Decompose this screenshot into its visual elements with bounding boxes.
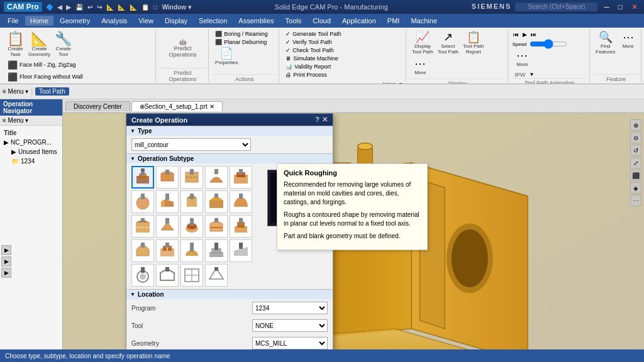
subtype-icon-9[interactable] bbox=[230, 190, 252, 213]
subtype-icon-4[interactable] bbox=[230, 166, 252, 189]
menu-machine[interactable]: Machine bbox=[406, 16, 442, 26]
menu-file[interactable]: File bbox=[3, 16, 24, 26]
subtype-icon-10[interactable] bbox=[131, 215, 154, 238]
side-icon-2[interactable]: ▶ bbox=[1, 256, 11, 266]
face-mill-button[interactable]: ⬛Face Mill - Zig, ZigZag bbox=[5, 60, 86, 70]
search-box[interactable]: Search (Ctrl+Space) bbox=[515, 3, 597, 11]
menu-view[interactable]: View bbox=[133, 16, 158, 26]
menu-toggle[interactable]: ≡ Menu ▾ bbox=[3, 88, 28, 95]
tool-select[interactable]: NONE bbox=[252, 319, 328, 332]
toolpath-report-button[interactable]: 📋 Tool PathReport bbox=[461, 30, 486, 56]
floor-facing-button[interactable]: ⬛Floor Facing without Wall bbox=[5, 72, 86, 82]
create-tool-button[interactable]: 🔧 CreateTool bbox=[53, 30, 74, 59]
tool-path-toggle[interactable]: Tool Path bbox=[35, 87, 69, 96]
find-features-button[interactable]: 🔍 FindFeatures bbox=[594, 30, 618, 56]
svg-rect-48 bbox=[141, 194, 145, 199]
subtype-icon-21[interactable] bbox=[156, 264, 179, 287]
nav-icon-4[interactable]: ⤢ bbox=[630, 157, 641, 168]
nav-icon-6[interactable]: ◈ bbox=[630, 182, 641, 194]
generate-toolpath-button[interactable]: ✓ Generate Tool Path bbox=[283, 30, 343, 38]
print-process-button[interactable]: 🖨 Print Process bbox=[283, 71, 330, 79]
display-toolpath-button[interactable]: 📈 DisplayTool Path bbox=[410, 30, 435, 56]
subtype-svg-21 bbox=[158, 266, 176, 284]
nav-icon-3[interactable]: ↺ bbox=[630, 145, 641, 156]
subtype-icon-23[interactable] bbox=[205, 264, 228, 287]
simulate-machine-button[interactable]: 🖥 Simulate Machine bbox=[283, 55, 341, 62]
validity-report-button[interactable]: 📊 Validity Report bbox=[283, 63, 333, 70]
tree-item-unused[interactable]: ▶ Unused Items bbox=[1, 147, 61, 156]
menu-cloud[interactable]: Cloud bbox=[308, 16, 336, 26]
window-menu[interactable]: Window ▾ bbox=[162, 4, 191, 11]
create-task-button[interactable]: 📋 CreateTask bbox=[5, 30, 26, 59]
nav-icon-2[interactable]: ⊖ bbox=[630, 132, 641, 143]
subtype-svg-8 bbox=[208, 193, 225, 211]
program-select[interactable]: 1234 bbox=[252, 302, 328, 314]
subtype-icon-2[interactable] bbox=[180, 166, 203, 189]
verify-toolpath-button[interactable]: ✓ Verify Tool Path bbox=[283, 38, 334, 46]
subtype-icon-15[interactable] bbox=[131, 239, 154, 262]
menu-display[interactable]: Display bbox=[160, 16, 192, 26]
nav-icon-1[interactable]: ⊕ bbox=[630, 119, 641, 131]
dialog-help-button[interactable]: ? bbox=[315, 116, 319, 124]
op-nav-menu[interactable]: ≡ Menu ▾ bbox=[0, 116, 62, 126]
menu-pmi[interactable]: PMI bbox=[382, 16, 405, 26]
type-select[interactable]: mill_contour bbox=[131, 138, 251, 151]
title-left: CAM Pro 🔷 ◀ ▶ 💾 ↩ ↪ 📐 📐 📐 📋 □ Window ▾ bbox=[4, 2, 191, 12]
geometry-select[interactable]: MCS_MILL bbox=[252, 337, 328, 349]
dialog-close-button[interactable]: ✕ bbox=[322, 116, 328, 124]
boring-reaming-button[interactable]: ⬛Boring / Reaming bbox=[213, 30, 270, 38]
close-button[interactable]: ✕ bbox=[629, 3, 640, 11]
menu-selection[interactable]: Selection bbox=[194, 16, 232, 26]
tree-item-nc-program[interactable]: ▶ NC_PROGR... bbox=[1, 138, 61, 147]
subtype-icon-17[interactable] bbox=[180, 239, 203, 262]
planar-deburring-button[interactable]: ⬛Planar Deburring bbox=[213, 38, 269, 46]
subtype-icon-8[interactable] bbox=[205, 190, 228, 213]
subtype-icon-13[interactable] bbox=[205, 215, 228, 238]
select-toolpath-button[interactable]: ↗ SelectTool Path bbox=[436, 30, 460, 56]
create-geometry-button[interactable]: 📐 CreateGeometry bbox=[26, 30, 52, 59]
menu-application[interactable]: Application bbox=[337, 16, 381, 26]
subtype-icon-7[interactable] bbox=[180, 190, 203, 213]
more-feature-button[interactable]: ⋯ More bbox=[618, 30, 638, 51]
prev-btn[interactable]: ⏮ bbox=[512, 30, 520, 39]
side-icon-3[interactable]: ▶ bbox=[1, 268, 11, 278]
tab-section4[interactable]: ⊕Section_4_setup_1.prt ✕ bbox=[131, 101, 223, 111]
subtype-icon-22[interactable] bbox=[180, 264, 203, 287]
subtype-icon-5[interactable] bbox=[131, 190, 154, 213]
tree-item-1234[interactable]: 📁 1234 bbox=[1, 156, 61, 166]
nav-icon-5[interactable]: ⬛ bbox=[630, 170, 641, 181]
subtype-icon-6[interactable] bbox=[156, 190, 179, 213]
menu-home[interactable]: Home bbox=[25, 16, 53, 26]
subtype-icon-18[interactable] bbox=[205, 239, 228, 262]
subtype-svg-13 bbox=[208, 217, 225, 235]
side-icon-1[interactable]: ▶ bbox=[1, 245, 11, 255]
subtype-icon-16[interactable] bbox=[156, 239, 179, 262]
subtype-icon-11[interactable] bbox=[156, 215, 179, 238]
subtype-icon-19[interactable] bbox=[230, 239, 252, 262]
more-animation-button[interactable]: ⋯ More bbox=[512, 48, 532, 69]
subtype-icon-20[interactable] bbox=[131, 264, 154, 287]
play-btn[interactable]: ▶ bbox=[521, 30, 528, 39]
program-label: Program bbox=[131, 305, 175, 312]
menu-tools[interactable]: Tools bbox=[280, 16, 307, 26]
menu-assemblies[interactable]: Assemblies bbox=[233, 16, 279, 26]
nav-icon-7[interactable]: ⋯ bbox=[630, 195, 641, 206]
maximize-button[interactable]: □ bbox=[616, 3, 625, 11]
more-display-button[interactable]: ⋯ More bbox=[410, 57, 430, 77]
next-btn[interactable]: ⏭ bbox=[530, 30, 538, 39]
menu-analysis[interactable]: Analysis bbox=[96, 16, 132, 26]
subtype-icon-0[interactable] bbox=[131, 166, 154, 189]
svg-rect-46 bbox=[239, 169, 243, 175]
tab-discovery[interactable]: Discovery Center bbox=[65, 101, 130, 111]
properties-button[interactable]: 📄 Properties bbox=[213, 47, 240, 67]
check-toolpath-button[interactable]: ✓ Check Tool Path bbox=[283, 47, 336, 54]
subtype-icon-12[interactable] bbox=[180, 215, 203, 238]
speed-slider[interactable] bbox=[530, 40, 567, 48]
menu-geometry[interactable]: Geometry bbox=[55, 16, 95, 26]
ribbon-display-group: 📈 DisplayTool Path ↗ SelectTool Path 📋 T… bbox=[408, 29, 508, 82]
predict-ops-button[interactable]: 🤖PredictOperations bbox=[160, 29, 206, 68]
minimize-button[interactable]: ─ bbox=[601, 3, 612, 11]
subtype-icon-3[interactable] bbox=[205, 166, 228, 189]
subtype-icon-14[interactable] bbox=[230, 215, 252, 238]
subtype-icon-1[interactable] bbox=[156, 166, 179, 189]
